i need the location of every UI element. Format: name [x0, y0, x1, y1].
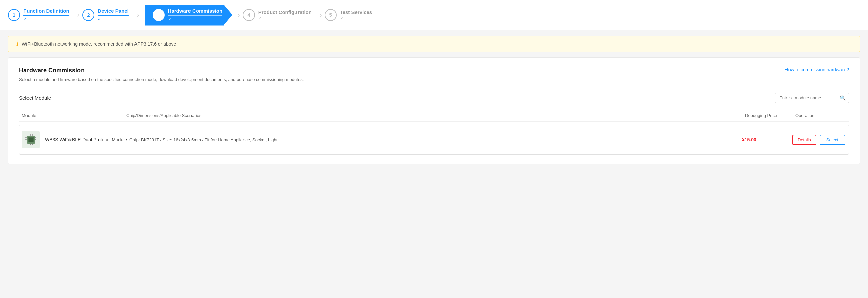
search-input[interactable] [775, 93, 849, 103]
select-button[interactable]: Select [820, 135, 845, 145]
svg-rect-8 [35, 141, 36, 141]
step-5-label: Test Services [340, 9, 372, 15]
step-product-configuration[interactable]: 4 Product Configuration ✓ [243, 9, 317, 21]
info-icon: ℹ [17, 40, 19, 47]
svg-rect-11 [32, 134, 33, 136]
module-price: ¥15.00 [742, 137, 792, 142]
step-hardware-commission[interactable]: 3 Hardware Commission ✓ [145, 5, 233, 26]
step-1-label: Function Definition [24, 8, 69, 14]
step-4-label: Product Configuration [258, 9, 312, 15]
stepper: 1 Function Definition ✓ › 2 Device Panel… [0, 0, 868, 30]
details-button[interactable]: Details [792, 135, 816, 145]
col-header-chip: Chip/Dimensions/Applicable Scenarios [126, 113, 745, 118]
step-3-check: ✓ [168, 17, 223, 22]
search-wrapper: 🔍 [775, 93, 849, 103]
module-icon [22, 131, 39, 148]
svg-rect-9 [29, 134, 29, 136]
search-icon: 🔍 [840, 95, 845, 101]
section-header: Hardware Commission Select a module and … [19, 67, 849, 90]
operation-col: Details Select [792, 135, 846, 145]
svg-rect-7 [35, 139, 36, 140]
step-3-label: Hardware Commission [168, 8, 223, 14]
arrow-4: › [317, 11, 325, 19]
step-function-definition[interactable]: 1 Function Definition ✓ [8, 8, 75, 22]
step-2-info: Device Panel ✓ [98, 8, 129, 22]
col-header-operation: Operation [795, 113, 849, 118]
svg-rect-12 [29, 144, 29, 145]
step-1-info: Function Definition ✓ [24, 8, 69, 22]
main-content: Hardware Commission Select a module and … [8, 57, 860, 165]
step-1-circle: 1 [8, 9, 20, 21]
step-5-info: Test Services ✓ [340, 9, 372, 21]
svg-rect-3 [26, 137, 27, 138]
arrow-1: › [75, 11, 83, 19]
svg-rect-5 [26, 141, 27, 141]
col-header-module: Module [19, 113, 126, 118]
table-header: Module Chip/Dimensions/Applicable Scenar… [19, 110, 849, 122]
svg-rect-2 [29, 138, 33, 142]
svg-rect-13 [30, 144, 31, 145]
step-3-circle: 3 [153, 9, 165, 21]
step-4-check: ✓ [258, 16, 312, 21]
step-test-services[interactable]: 5 Test Services ✓ [325, 9, 378, 21]
module-select-header: Select Module 🔍 [19, 93, 849, 103]
step-4-circle: 4 [243, 9, 255, 21]
step-5-circle: 5 [325, 9, 337, 21]
svg-rect-6 [35, 137, 36, 138]
step-device-panel[interactable]: 2 Device Panel ✓ [82, 8, 134, 22]
chip-svg [25, 133, 37, 146]
module-row: WB3S WiFi&BLE Dual Protocol Module Chip:… [19, 124, 849, 155]
chip-info: Chip: BK7231T / Size: 16x24x3.5mm / Fit … [129, 137, 742, 142]
step-2-check: ✓ [98, 17, 129, 22]
section-title: Hardware Commission [19, 67, 304, 74]
svg-rect-4 [26, 139, 27, 140]
svg-rect-10 [30, 134, 31, 136]
step-1-check: ✓ [24, 17, 69, 22]
arrow-2: › [134, 11, 142, 19]
help-link[interactable]: How to commission hardware? [785, 67, 849, 72]
module-name: WB3S WiFi&BLE Dual Protocol Module [45, 137, 127, 142]
step-5-check: ✓ [340, 16, 372, 21]
step-2-label: Device Panel [98, 8, 129, 14]
module-select-label: Select Module [19, 95, 51, 101]
arrow-3: › [235, 11, 243, 19]
step-2-circle: 2 [82, 9, 94, 21]
step-3-info: Hardware Commission ✓ [168, 8, 223, 22]
col-header-price: Debugging Price [745, 113, 795, 118]
section-subtitle: Select a module and firmware based on th… [19, 77, 304, 82]
module-col: WB3S WiFi&BLE Dual Protocol Module [22, 131, 129, 148]
svg-rect-14 [32, 144, 33, 145]
banner-text: WiFi+Bluetooth networking mode, recommen… [22, 41, 176, 47]
info-banner: ℹ WiFi+Bluetooth networking mode, recomm… [8, 36, 860, 52]
step-4-info: Product Configuration ✓ [258, 9, 312, 21]
